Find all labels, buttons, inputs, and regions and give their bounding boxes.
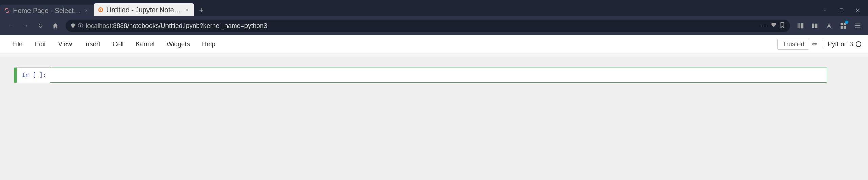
tab-home[interactable]: Home Page - Select or create a × <box>0 5 94 16</box>
navigation-bar: ← → ↻ ⓘ localhost:8888/notebooks/Untitle… <box>0 16 868 35</box>
cell-active-indicator <box>14 68 17 83</box>
svg-rect-5 <box>799 23 800 29</box>
svg-rect-4 <box>798 23 799 29</box>
reader-view-button[interactable] <box>808 19 821 32</box>
svg-rect-16 <box>855 28 860 28</box>
svg-rect-13 <box>844 26 846 29</box>
svg-point-3 <box>100 9 101 11</box>
nav-right-icons <box>794 19 864 32</box>
jupyter-ui: File Edit View Insert Cell Kernel Widget… <box>0 35 868 57</box>
svg-point-9 <box>828 24 830 26</box>
home-tab-favicon <box>4 7 10 14</box>
svg-rect-15 <box>855 25 860 26</box>
menu-view[interactable]: View <box>53 38 77 50</box>
security-icon <box>71 23 75 29</box>
jupyter-tab-favicon <box>98 7 104 13</box>
trusted-button[interactable]: Trusted <box>777 39 809 50</box>
svg-point-0 <box>5 8 9 13</box>
kernel-label: Python 3 <box>828 40 853 48</box>
extensions-button[interactable] <box>837 19 850 32</box>
menu-insert[interactable]: Insert <box>79 38 106 50</box>
svg-rect-6 <box>801 23 803 29</box>
kernel-status-circle <box>856 41 861 47</box>
menu-cell[interactable]: Cell <box>107 38 129 50</box>
window-controls: − □ ✕ <box>817 4 868 16</box>
svg-rect-14 <box>855 24 860 24</box>
browser-chrome: Home Page - Select or create a × Untitle… <box>0 0 868 35</box>
info-icon: ⓘ <box>78 23 83 29</box>
menu-help[interactable]: Help <box>197 38 221 50</box>
reload-button[interactable]: ↻ <box>34 19 47 32</box>
cell-input[interactable] <box>50 68 827 83</box>
forward-button[interactable]: → <box>19 19 32 32</box>
jupyter-toolbar-right: Trusted ✏ Python 3 <box>777 39 861 50</box>
more-options-button[interactable]: ··· <box>761 22 768 30</box>
tab-jupyter[interactable]: Untitled - Jupyter Notebook × <box>94 3 194 16</box>
maximize-button[interactable]: □ <box>833 4 849 16</box>
svg-rect-12 <box>841 26 843 29</box>
pocket-icon[interactable] <box>770 22 776 30</box>
url-display: localhost:8888/notebooks/Untitled.ipynb?… <box>86 22 758 30</box>
back-button[interactable]: ← <box>4 19 17 32</box>
home-tab-close[interactable]: × <box>83 7 90 14</box>
url-path: :8888/notebooks/Untitled.ipynb?kernel_na… <box>111 22 267 29</box>
home-tab-label: Home Page - Select or create a <box>13 7 81 15</box>
svg-rect-7 <box>812 24 814 28</box>
edit-pencil-icon[interactable]: ✏ <box>812 40 818 48</box>
menu-widgets[interactable]: Widgets <box>161 38 195 50</box>
cell-row: In [ ]: <box>14 68 827 83</box>
home-button[interactable] <box>49 19 62 32</box>
jupyter-tab-label: Untitled - Jupyter Notebook <box>106 6 181 14</box>
cell-container: In [ ]: <box>14 67 827 83</box>
profile-button[interactable] <box>823 19 835 32</box>
notebook-area: In [ ]: <box>0 57 868 125</box>
extensions-badge <box>845 21 848 24</box>
svg-rect-8 <box>815 24 817 28</box>
menu-kernel[interactable]: Kernel <box>130 38 160 50</box>
close-button[interactable]: ✕ <box>850 4 865 16</box>
svg-rect-10 <box>841 23 843 25</box>
kernel-info: Python 3 <box>828 40 861 48</box>
menu-file[interactable]: File <box>7 38 28 50</box>
library-button[interactable] <box>794 19 807 32</box>
tab-bar: Home Page - Select or create a × Untitle… <box>0 0 868 16</box>
toolbar-spacer <box>0 53 868 57</box>
jupyter-tab-close[interactable]: × <box>184 7 190 13</box>
cell-prompt: In [ ]: <box>17 68 50 83</box>
main-menu-button[interactable] <box>851 19 864 32</box>
menu-edit[interactable]: Edit <box>29 38 52 50</box>
toolbar-divider <box>823 40 823 48</box>
minimize-button[interactable]: − <box>817 4 833 16</box>
address-bar[interactable]: ⓘ localhost:8888/notebooks/Untitled.ipyn… <box>66 20 790 32</box>
jupyter-menubar: File Edit View Insert Cell Kernel Widget… <box>0 35 868 53</box>
new-tab-button[interactable]: + <box>195 4 208 16</box>
url-prefix: localhost <box>86 22 111 29</box>
bookmark-icon[interactable] <box>779 22 785 30</box>
